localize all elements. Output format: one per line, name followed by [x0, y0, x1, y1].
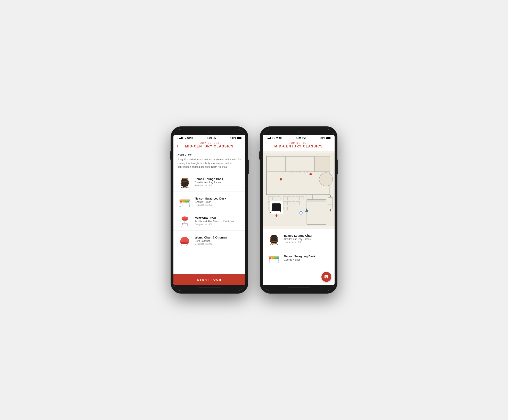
- front-camera: [209, 131, 210, 133]
- svg-rect-107: [269, 256, 279, 257]
- status-right-2: 100%: [320, 137, 331, 139]
- map-exhibit-name-eames: Eames Lounge Chair: [284, 234, 331, 237]
- svg-rect-81: [272, 203, 281, 207]
- app-header-2: CURATED TOUR MID-CENTURY CLASSICS: [263, 140, 335, 151]
- battery-fill-2: [326, 137, 330, 139]
- svg-rect-19: [183, 201, 185, 202]
- exhibit-image-nelson: [177, 194, 192, 209]
- svg-line-32: [187, 244, 188, 246]
- svg-rect-108: [269, 257, 272, 259]
- svg-rect-17: [179, 199, 190, 200]
- exhibit-item-nelson[interactable]: Nelson Swag Leg Desk George Nelson Relea…: [173, 192, 245, 211]
- status-bar-2: ∿ WIND 1:24 PM 100%: [263, 135, 335, 140]
- signal-dot-2-1: [267, 138, 267, 139]
- svg-point-112: [268, 262, 270, 263]
- exhibit-year-eames: Released in 1956: [195, 184, 241, 187]
- map-exhibit-eames[interactable]: Eames Lounge Chair Charles and Ray Eames…: [263, 229, 335, 248]
- exhibit-name-mezzadro: Mezzadro Stool: [195, 216, 241, 220]
- battery-fill-1: [237, 137, 241, 139]
- app-header-1: ‹ CURATED TOUR MID-CENTURY CLASSICS: [173, 140, 245, 151]
- map-exhibit-info-nelson: Nelson Swag Leg Desk George Nelson: [284, 255, 331, 262]
- start-tour-button[interactable]: START TOUR: [173, 274, 245, 285]
- exhibit-image-womb: [177, 233, 192, 248]
- map-exhibit-year-eames: Released in 1956: [284, 241, 331, 243]
- svg-rect-40: [315, 156, 330, 172]
- svg-point-23: [189, 206, 190, 207]
- map-exhibit-designer-nelson: George Nelson: [284, 258, 331, 261]
- signal-dot-2-4: [270, 137, 271, 139]
- overview-text: A significant design and cultural moveme…: [177, 158, 241, 169]
- status-bar-1: ∿ WIND 1:24 PM 100%: [173, 135, 245, 140]
- exhibit-name-eames: Eames Lounge Chair: [195, 177, 241, 181]
- map-exhibit-designer-eames: Charles and Ray Eames: [284, 238, 331, 240]
- signal-dot-2: [179, 138, 180, 139]
- svg-rect-110: [274, 257, 277, 259]
- home-indicator-1: [173, 285, 245, 291]
- svg-point-49: [309, 173, 312, 175]
- svg-rect-20: [185, 201, 188, 202]
- phone-list: ∿ WIND 1:24 PM 100% ‹ CURATED TOUR MID-C…: [171, 127, 248, 293]
- carrier-2: WIND: [276, 137, 282, 139]
- camera-icon: [324, 275, 329, 279]
- map-exhibit-nelson[interactable]: Nelson Swag Leg Desk George Nelson: [263, 248, 335, 267]
- map-exhibit-image-nelson: [267, 251, 281, 265]
- overview-label: OVERVIEW: [177, 154, 241, 157]
- svg-point-113: [278, 262, 280, 263]
- camera-fab-button[interactable]: [321, 272, 331, 282]
- svg-rect-29: [188, 226, 189, 226]
- exhibit-year-womb: Designed in 1948: [195, 243, 241, 245]
- phone-top-bar-2: [263, 129, 335, 135]
- map-view[interactable]: 1 2: [263, 151, 335, 229]
- svg-line-34: [186, 244, 187, 246]
- signal-dot-4: [181, 137, 182, 139]
- svg-point-90: [271, 243, 277, 244]
- home-bar-1: [198, 287, 221, 288]
- svg-point-50: [280, 178, 282, 180]
- status-left-1: ∿ WIND: [177, 137, 193, 139]
- svg-point-41: [319, 173, 333, 186]
- svg-text:2: 2: [330, 209, 331, 211]
- battery-icon-1: [237, 137, 241, 139]
- curated-label-2: CURATED TOUR: [271, 142, 326, 144]
- front-camera-2: [298, 131, 300, 133]
- exhibit-item-eames[interactable]: Eames Lounge Chair Charles and Ray Eames…: [173, 172, 245, 192]
- status-time-2: 1:24 PM: [296, 137, 305, 139]
- tour-title-1: MID-CENTURY CLASSICS: [182, 145, 237, 148]
- svg-point-85: [276, 215, 277, 217]
- carrier-1: WIND: [187, 137, 193, 139]
- exhibit-info-eames: Eames Lounge Chair Charles and Ray Eames…: [195, 177, 241, 187]
- exhibit-item-womb[interactable]: Womb Chair & Ottoman Eero Saarinen Desig…: [173, 231, 245, 250]
- signal-dot-2-3: [269, 138, 270, 139]
- exhibit-name-womb: Womb Chair & Ottoman: [195, 236, 241, 239]
- exhibit-designer-nelson: George Nelson: [195, 201, 241, 203]
- battery-icon-2: [326, 137, 331, 139]
- svg-rect-28: [181, 226, 183, 226]
- floor-plan-svg: 1 2: [263, 151, 335, 229]
- overview-section: OVERVIEW A significant design and cultur…: [173, 151, 245, 172]
- exhibit-designer-womb: Eero Saarinen: [195, 240, 241, 242]
- svg-rect-26: [184, 220, 185, 223]
- back-button-1[interactable]: ‹: [177, 143, 178, 148]
- signal-dot-1: [177, 138, 178, 139]
- exhibit-image-eames: [177, 175, 192, 189]
- exhibit-item-mezzadro[interactable]: Mezzadro Stool Achille and Pier Giacomo …: [173, 211, 245, 231]
- svg-rect-14: [180, 183, 182, 183]
- wifi-icon-2: ∿: [274, 137, 275, 139]
- svg-line-33: [183, 244, 184, 246]
- exhibit-name-nelson: Nelson Swag Leg Desk: [195, 197, 241, 200]
- svg-rect-105: [277, 240, 278, 240]
- exhibit-designer-eames: Charles and Ray Eames: [195, 181, 241, 184]
- home-indicator-2: [263, 285, 335, 291]
- svg-point-22: [179, 206, 181, 207]
- svg-rect-109: [272, 257, 274, 259]
- phone-top-bar: [173, 129, 245, 135]
- svg-point-0: [181, 187, 188, 188]
- svg-rect-21: [188, 201, 189, 202]
- svg-rect-15: [188, 183, 189, 183]
- map-item-list: Eames Lounge Chair Charles and Ray Eames…: [263, 229, 335, 285]
- tour-title-2: MID-CENTURY CLASSICS: [271, 145, 326, 148]
- status-time-1: 1:24 PM: [207, 137, 216, 139]
- exhibit-designer-mezzadro: Achille and Pier Giacomo Castiglioni: [195, 220, 241, 223]
- exhibit-year-mezzadro: Designed in 1956: [195, 223, 241, 225]
- battery-percent-2: 100%: [320, 137, 325, 139]
